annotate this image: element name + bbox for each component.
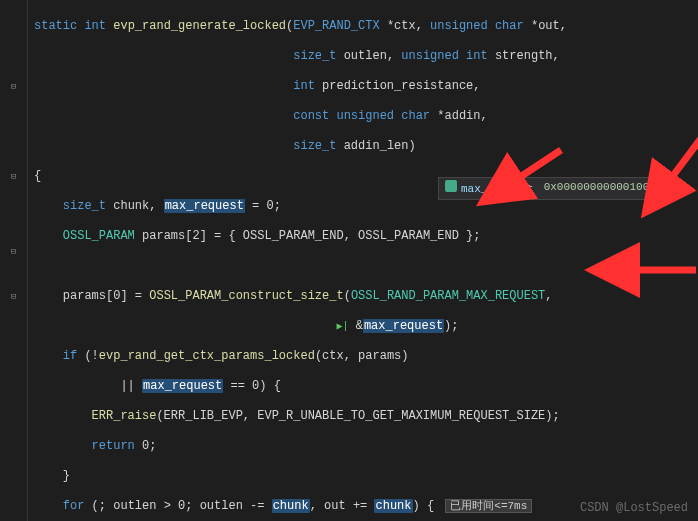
code-editor[interactable]: ⊟ ⊟ ⊟ ⊟ static int evp_rand_generate_loc… xyxy=(0,0,698,521)
highlight-chunk: chunk xyxy=(272,499,310,513)
fold-icon[interactable]: ⊟ xyxy=(0,169,27,184)
watermark: CSDN @LostSpeed xyxy=(580,501,688,515)
execution-pointer-icon: ▶| xyxy=(336,321,348,332)
highlight-max-request: max_request xyxy=(363,319,444,333)
fold-icon[interactable]: ⊟ xyxy=(0,244,27,259)
annotation-arrow xyxy=(573,240,698,305)
svg-line-3 xyxy=(666,125,698,185)
fold-icon[interactable]: ⊟ xyxy=(0,289,27,304)
highlight-max-request: max_request xyxy=(142,379,223,393)
highlight-chunk: chunk xyxy=(374,499,412,513)
annotation-arrow xyxy=(458,130,571,225)
fold-gutter: ⊟ ⊟ ⊟ ⊟ xyxy=(0,0,28,521)
cube-icon xyxy=(445,180,457,192)
fold-icon[interactable]: ⊟ xyxy=(0,79,27,94)
time-badge: 已用时间<=7ms xyxy=(445,499,532,513)
code-content[interactable]: static int evp_rand_generate_locked(EVP_… xyxy=(28,0,698,521)
annotation-arrow xyxy=(613,105,698,220)
svg-line-1 xyxy=(511,150,561,183)
highlight-max-request: max_request xyxy=(164,199,245,213)
